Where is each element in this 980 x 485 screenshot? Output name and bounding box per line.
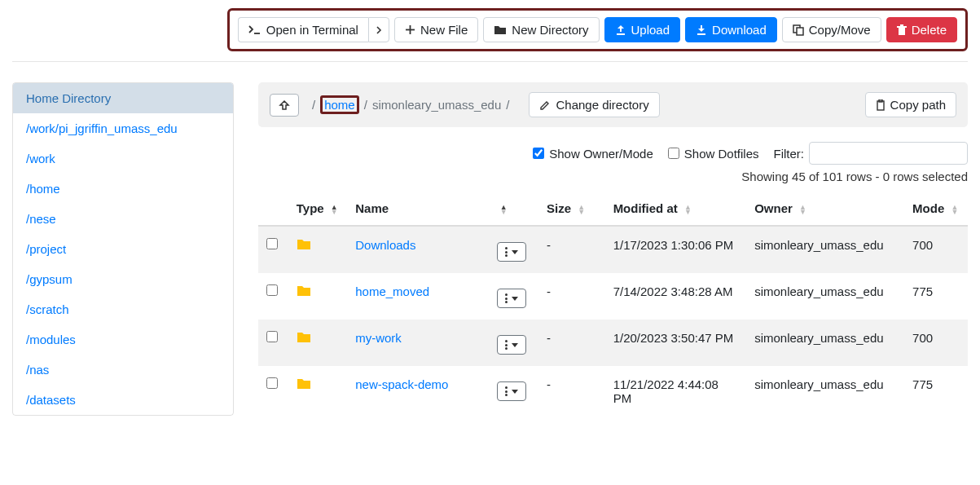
file-owner: simonleary_umass_edu xyxy=(746,226,904,273)
new-directory-button[interactable]: New Directory xyxy=(483,17,599,42)
sidebar-item-label: /nese xyxy=(26,212,56,226)
dots-vertical-icon xyxy=(505,386,508,396)
sidebar-item-home-directory[interactable]: Home Directory xyxy=(13,83,233,113)
column-mode[interactable]: Mode ▲▼ xyxy=(904,192,968,226)
open-terminal-button[interactable]: Open in Terminal xyxy=(238,17,368,42)
sidebar-item-gypsum[interactable]: /gypsum xyxy=(13,264,233,294)
show-dotfiles-checkbox[interactable]: Show Dotfiles xyxy=(668,147,759,161)
breadcrumb: / home / simonleary_umass_edu / xyxy=(307,95,514,114)
sidebar-item-nese[interactable]: /nese xyxy=(13,204,233,234)
filter-row: Show Owner/Mode Show Dotfiles Filter: xyxy=(258,142,968,165)
column-select xyxy=(258,192,288,226)
file-name-link[interactable]: home_moved xyxy=(355,284,429,298)
terminal-icon xyxy=(248,24,261,36)
column-modified[interactable]: Modified at ▲▼ xyxy=(605,192,747,226)
row-select-checkbox[interactable] xyxy=(266,377,278,389)
row-select-checkbox[interactable] xyxy=(266,331,278,342)
folder-icon xyxy=(297,331,339,343)
folder-icon xyxy=(297,238,339,250)
delete-label: Delete xyxy=(912,23,947,37)
file-size: - xyxy=(538,320,605,366)
file-size: - xyxy=(538,366,605,417)
file-mode: 775 xyxy=(904,273,968,320)
breadcrumb-separator: / xyxy=(501,98,514,112)
show-dotfiles-input[interactable] xyxy=(668,148,679,159)
file-size: - xyxy=(538,226,605,273)
breadcrumb-bar: / home / simonleary_umass_edu / Change d… xyxy=(258,82,968,127)
svg-rect-7 xyxy=(899,28,905,35)
chevron-down-icon xyxy=(512,297,518,301)
show-dotfiles-label: Show Dotfiles xyxy=(684,147,759,161)
file-mode: 700 xyxy=(904,226,968,273)
sidebar-item-work[interactable]: /work xyxy=(13,143,233,174)
column-name[interactable]: Name xyxy=(347,192,489,226)
svg-rect-8 xyxy=(897,26,907,28)
arrow-up-icon xyxy=(279,99,290,111)
sidebar-item-scratch[interactable]: /scratch xyxy=(13,294,233,324)
sidebar-item-label: /home xyxy=(26,182,60,196)
column-owner[interactable]: Owner ▲▼ xyxy=(746,192,904,226)
sidebar-item-home[interactable]: /home xyxy=(13,174,233,204)
file-name-link[interactable]: my-work xyxy=(355,331,402,345)
sidebar-item-datasets[interactable]: /datasets xyxy=(13,385,233,415)
open-terminal-dropdown[interactable] xyxy=(368,17,389,42)
edit-icon xyxy=(539,99,551,111)
chevron-down-icon xyxy=(512,390,518,394)
folder-icon xyxy=(297,377,339,390)
trash-icon xyxy=(897,24,907,36)
delete-button[interactable]: Delete xyxy=(886,17,957,42)
breadcrumb-home[interactable]: home xyxy=(320,95,359,114)
folder-plus-icon xyxy=(494,24,507,35)
filter-field: Filter: xyxy=(774,142,969,165)
column-type[interactable]: Type ▲▼ xyxy=(288,192,347,226)
svg-rect-9 xyxy=(900,24,903,26)
clipboard-icon xyxy=(876,99,886,111)
sidebar-item-nas[interactable]: /nas xyxy=(13,355,233,385)
file-name-link[interactable]: Downloads xyxy=(355,238,415,252)
new-file-button[interactable]: New File xyxy=(394,17,478,42)
show-owner-mode-input[interactable] xyxy=(533,148,544,159)
sidebar-item-label: /gypsum xyxy=(26,272,73,286)
upload-button[interactable]: Upload xyxy=(604,17,681,42)
change-directory-button[interactable]: Change directory xyxy=(529,92,659,117)
show-owner-mode-checkbox[interactable]: Show Owner/Mode xyxy=(533,147,653,161)
row-status: Showing 45 of 101 rows - 0 rows selected xyxy=(258,170,968,183)
breadcrumb-separator: / xyxy=(359,98,372,112)
file-mode: 775 xyxy=(904,366,968,417)
sidebar-item-label: /nas xyxy=(26,363,49,377)
row-select-checkbox[interactable] xyxy=(266,284,278,296)
top-toolbar: Open in Terminal New File New Directory … xyxy=(227,8,968,51)
row-actions-button[interactable] xyxy=(497,289,526,308)
svg-rect-4 xyxy=(697,33,705,35)
download-button[interactable]: Download xyxy=(685,17,777,42)
sidebar-item-label: /scratch xyxy=(26,302,69,316)
row-actions-button[interactable] xyxy=(497,242,526,262)
file-modified: 1/20/2023 3:50:47 PM xyxy=(605,320,747,366)
row-actions-button[interactable] xyxy=(497,335,526,355)
sidebar-item-label: /project xyxy=(26,242,66,256)
table-row: home_moved - 7/14/2022 3:48:28 AM simonl… xyxy=(258,273,968,320)
copy-path-button[interactable]: Copy path xyxy=(865,92,956,117)
upload-icon xyxy=(615,24,626,36)
sidebar-item-project[interactable]: /project xyxy=(13,234,233,264)
row-select-checkbox[interactable] xyxy=(266,238,278,249)
show-owner-mode-label: Show Owner/Mode xyxy=(549,147,653,161)
file-name-link[interactable]: new-spack-demo xyxy=(355,377,448,391)
file-mode: 700 xyxy=(904,320,968,366)
open-terminal-label: Open in Terminal xyxy=(266,23,358,37)
folder-icon xyxy=(297,284,339,297)
filter-label: Filter: xyxy=(774,147,805,161)
sidebar-item-modules[interactable]: /modules xyxy=(13,324,233,355)
up-directory-button[interactable] xyxy=(270,94,299,117)
row-actions-button[interactable] xyxy=(497,381,526,401)
sort-icon: ▲▼ xyxy=(331,205,338,214)
change-directory-label: Change directory xyxy=(556,98,648,112)
column-size[interactable]: Size ▲▼ xyxy=(538,192,605,226)
copy-path-label: Copy path xyxy=(890,98,946,112)
sort-icon: ▲▼ xyxy=(578,205,585,214)
filter-input[interactable] xyxy=(809,142,968,165)
sort-icon: ▲▼ xyxy=(500,205,508,214)
sidebar-item-work-pi[interactable]: /work/pi_jgriffin_umass_edu xyxy=(13,113,233,143)
file-modified: 1/17/2023 1:30:06 PM xyxy=(605,226,747,273)
copy-move-button[interactable]: Copy/Move xyxy=(782,17,881,42)
